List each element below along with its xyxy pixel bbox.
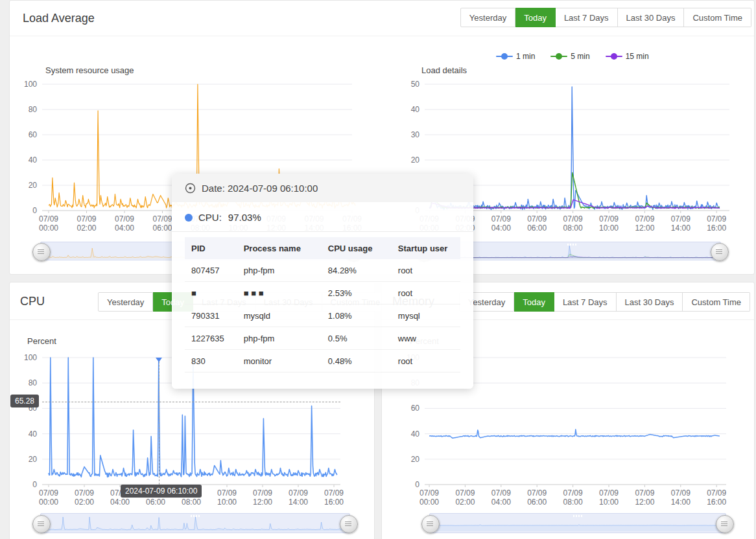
process-cell: 0.48% bbox=[322, 350, 392, 373]
tooltip-cpu-row: CPU: 97.03% bbox=[172, 202, 473, 232]
time-range-button-yesterday[interactable]: Yesterday bbox=[460, 8, 515, 27]
process-cell: 807457 bbox=[185, 259, 237, 282]
svg-text:30: 30 bbox=[411, 130, 420, 139]
time-range-button-today[interactable]: Today bbox=[514, 292, 554, 312]
svg-text:07/09: 07/09 bbox=[599, 488, 619, 498]
process-cell: root bbox=[392, 350, 460, 373]
process-cell: ■ bbox=[185, 282, 237, 304]
svg-text:00:00: 00:00 bbox=[39, 224, 58, 233]
clock-icon bbox=[185, 183, 196, 194]
svg-text:12:00: 12:00 bbox=[635, 224, 654, 233]
process-cell: root bbox=[392, 282, 460, 304]
svg-text:0: 0 bbox=[32, 480, 37, 489]
legend-item-1-min[interactable]: 1 min bbox=[496, 52, 535, 61]
svg-text:40: 40 bbox=[29, 430, 38, 439]
tooltip-date-label: Date: 2024-07-09 06:10:00 bbox=[202, 183, 318, 194]
cpu-markline-horizontal bbox=[42, 402, 340, 402]
process-cell: 0.5% bbox=[322, 327, 392, 350]
process-row: 807457php-fpm84.28%root bbox=[185, 259, 460, 282]
svg-text:07/09: 07/09 bbox=[324, 488, 344, 498]
svg-text:14:00: 14:00 bbox=[671, 224, 691, 233]
zoom-handle-left[interactable] bbox=[421, 515, 440, 533]
chart-tooltip: Date: 2024-07-09 06:10:00 CPU: 97.03% PI… bbox=[172, 174, 473, 389]
svg-text:07/09: 07/09 bbox=[599, 214, 619, 224]
svg-text:07/09: 07/09 bbox=[455, 488, 475, 498]
time-range-button-yesterday[interactable]: Yesterday bbox=[98, 292, 153, 312]
zoom-handle-right[interactable] bbox=[716, 515, 734, 533]
process-cell: 1227635 bbox=[185, 327, 237, 350]
time-range-button-custom-time[interactable]: Custom Time bbox=[684, 8, 751, 27]
zoom-handle-right[interactable] bbox=[340, 515, 358, 533]
process-cell: mysql bbox=[392, 304, 460, 327]
time-range-button-last-30-days[interactable]: Last 30 Days bbox=[617, 292, 683, 312]
svg-text:06:00: 06:00 bbox=[146, 498, 165, 507]
legend-item-5-min[interactable]: 5 min bbox=[550, 52, 589, 61]
svg-text:07/09: 07/09 bbox=[491, 214, 511, 224]
time-range-button-last-30-days[interactable]: Last 30 Days bbox=[618, 8, 685, 27]
memory-zoom-slider[interactable] bbox=[429, 513, 726, 533]
process-row: 790331mysqld1.08%mysql bbox=[185, 304, 460, 327]
svg-text:07/09: 07/09 bbox=[39, 488, 58, 498]
svg-text:06:00: 06:00 bbox=[152, 224, 172, 233]
svg-text:07/09: 07/09 bbox=[39, 214, 58, 224]
process-cell: php-fpm bbox=[237, 259, 322, 282]
cpu-time-badge: 2024-07-09 06:10:00 bbox=[121, 485, 202, 498]
svg-text:06:00: 06:00 bbox=[527, 498, 547, 507]
svg-text:14:00: 14:00 bbox=[289, 498, 308, 507]
svg-text:07/09: 07/09 bbox=[635, 488, 654, 498]
svg-text:07/09: 07/09 bbox=[115, 214, 134, 224]
cpu-zoom-slider[interactable] bbox=[40, 513, 350, 533]
load-average-title: Load Average bbox=[23, 12, 95, 25]
cpu-pointer-arrow-icon bbox=[156, 358, 162, 365]
zoom-handle-left[interactable] bbox=[32, 515, 51, 533]
process-row: 830monitor0.48%root bbox=[185, 350, 460, 373]
svg-text:60: 60 bbox=[29, 130, 38, 139]
process-cell: 830 bbox=[185, 350, 237, 373]
process-row: 1227635php-fpm0.5%www bbox=[185, 327, 460, 350]
cpu-crosshair-vertical bbox=[159, 361, 159, 485]
legend-marker-icon bbox=[550, 53, 567, 60]
zoom-handle-right[interactable] bbox=[711, 243, 729, 261]
svg-text:0: 0 bbox=[415, 480, 419, 489]
svg-text:04:00: 04:00 bbox=[491, 498, 511, 507]
process-cell: 84.28% bbox=[322, 259, 392, 282]
svg-text:12:00: 12:00 bbox=[253, 498, 272, 507]
svg-text:08:00: 08:00 bbox=[182, 498, 201, 507]
svg-text:04:00: 04:00 bbox=[110, 498, 130, 507]
svg-text:40: 40 bbox=[29, 155, 38, 165]
svg-text:20: 20 bbox=[411, 155, 420, 165]
process-table-header: PID bbox=[185, 237, 237, 259]
time-range-button-custom-time[interactable]: Custom Time bbox=[683, 292, 750, 312]
process-table-header: Startup user bbox=[392, 237, 460, 259]
svg-text:02:00: 02:00 bbox=[77, 224, 96, 233]
svg-text:10:00: 10:00 bbox=[217, 498, 237, 507]
svg-text:08:00: 08:00 bbox=[563, 224, 583, 233]
legend-marker-icon bbox=[606, 53, 622, 60]
process-table: PIDProcess nameCPU usageStartup user8074… bbox=[185, 237, 460, 373]
svg-text:0: 0 bbox=[32, 206, 37, 215]
time-range-button-today[interactable]: Today bbox=[515, 8, 556, 27]
svg-text:07/09: 07/09 bbox=[563, 488, 583, 498]
svg-text:10:00: 10:00 bbox=[599, 224, 619, 233]
svg-text:07/09: 07/09 bbox=[635, 214, 654, 224]
process-cell: mysqld bbox=[237, 304, 322, 327]
svg-text:16:00: 16:00 bbox=[324, 498, 344, 507]
time-range-button-last-7-days[interactable]: Last 7 Days bbox=[556, 8, 618, 27]
process-cell: ■ ■ ■ bbox=[237, 282, 322, 304]
svg-text:07/09: 07/09 bbox=[77, 214, 96, 224]
svg-text:07/09: 07/09 bbox=[527, 214, 547, 224]
time-range-button-last-7-days[interactable]: Last 7 Days bbox=[554, 292, 617, 312]
process-cell: root bbox=[392, 259, 460, 282]
svg-text:Load details: Load details bbox=[421, 65, 467, 75]
process-table-header: Process name bbox=[237, 237, 322, 259]
load-details-legend: 1 min5 min15 min bbox=[496, 52, 649, 61]
legend-item-15-min[interactable]: 15 min bbox=[606, 52, 649, 61]
svg-text:07/09: 07/09 bbox=[707, 214, 726, 224]
load-average-time-range-group: YesterdayTodayLast 7 DaysLast 30 DaysCus… bbox=[460, 8, 751, 27]
cpu-axis-value-badge: 65.28 bbox=[10, 395, 39, 407]
svg-text:07/09: 07/09 bbox=[253, 488, 272, 498]
svg-text:07/09: 07/09 bbox=[419, 488, 439, 498]
svg-text:02:00: 02:00 bbox=[75, 498, 94, 507]
svg-text:40: 40 bbox=[411, 105, 420, 114]
zoom-handle-left[interactable] bbox=[32, 243, 51, 261]
